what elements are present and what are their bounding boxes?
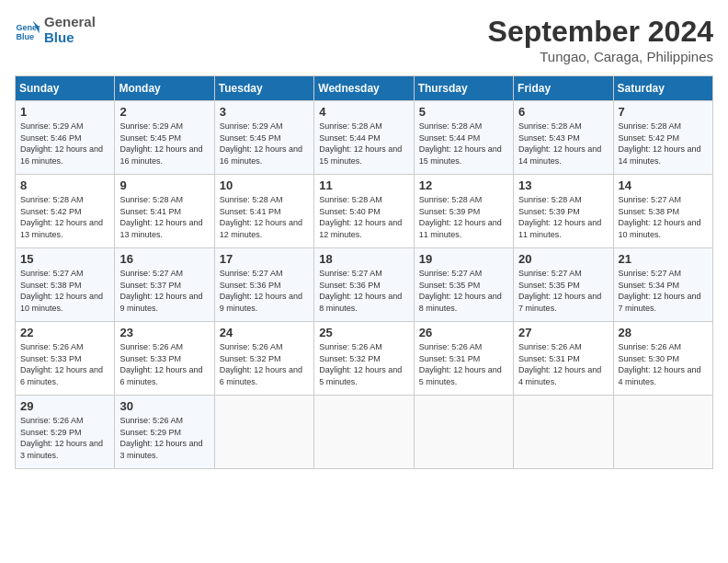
day-info: Sunrise: 5:26 AMSunset: 5:30 PMDaylight:…: [619, 342, 701, 386]
day-cell-9: 9Sunrise: 5:28 AMSunset: 5:41 PMDaylight…: [115, 175, 214, 248]
empty-cell: [514, 396, 613, 469]
day-number: 5: [419, 105, 508, 119]
day-number: 22: [20, 326, 109, 339]
day-cell-6: 6Sunrise: 5:28 AMSunset: 5:43 PMDaylight…: [514, 101, 613, 175]
day-info: Sunrise: 5:28 AMSunset: 5:42 PMDaylight:…: [619, 121, 701, 166]
day-info: Sunrise: 5:26 AMSunset: 5:33 PMDaylight:…: [20, 342, 103, 386]
day-number: 8: [20, 178, 109, 192]
day-number: 16: [119, 252, 209, 266]
day-cell-13: 13Sunrise: 5:28 AMSunset: 5:39 PMDayligh…: [514, 175, 613, 248]
day-number: 12: [419, 178, 508, 192]
day-cell-29: 29Sunrise: 5:26 AMSunset: 5:29 PMDayligh…: [16, 396, 115, 469]
day-cell-4: 4Sunrise: 5:28 AMSunset: 5:44 PMDaylight…: [314, 101, 414, 175]
day-info: Sunrise: 5:28 AMSunset: 5:39 PMDaylight:…: [518, 195, 601, 239]
day-number: 7: [619, 105, 708, 119]
day-info: Sunrise: 5:26 AMSunset: 5:33 PMDaylight:…: [119, 342, 202, 386]
day-info: Sunrise: 5:27 AMSunset: 5:38 PMDaylight:…: [619, 195, 701, 239]
page-header: General Blue General Blue September 2024…: [15, 15, 713, 64]
day-cell-1: 1Sunrise: 5:29 AMSunset: 5:46 PMDaylight…: [16, 101, 115, 175]
day-cell-17: 17Sunrise: 5:27 AMSunset: 5:36 PMDayligh…: [214, 248, 313, 322]
day-cell-22: 22Sunrise: 5:26 AMSunset: 5:33 PMDayligh…: [16, 322, 115, 396]
day-info: Sunrise: 5:27 AMSunset: 5:35 PMDaylight:…: [419, 269, 502, 313]
day-cell-2: 2Sunrise: 5:29 AMSunset: 5:45 PMDaylight…: [115, 101, 214, 175]
day-number: 27: [518, 326, 608, 339]
calendar-table: Sunday Monday Tuesday Wednesday Thursday…: [15, 75, 713, 469]
day-cell-16: 16Sunrise: 5:27 AMSunset: 5:37 PMDayligh…: [115, 248, 214, 322]
day-cell-18: 18Sunrise: 5:27 AMSunset: 5:36 PMDayligh…: [314, 248, 414, 322]
day-info: Sunrise: 5:29 AMSunset: 5:45 PMDaylight:…: [220, 121, 302, 166]
col-monday: Monday: [115, 76, 214, 101]
day-number: 17: [220, 252, 309, 266]
day-cell-23: 23Sunrise: 5:26 AMSunset: 5:33 PMDayligh…: [115, 322, 214, 396]
day-cell-25: 25Sunrise: 5:26 AMSunset: 5:32 PMDayligh…: [314, 322, 414, 396]
day-cell-21: 21Sunrise: 5:27 AMSunset: 5:34 PMDayligh…: [613, 248, 712, 322]
calendar-week-5: 29Sunrise: 5:26 AMSunset: 5:29 PMDayligh…: [16, 396, 713, 469]
logo-text: General Blue: [44, 15, 96, 45]
day-number: 14: [619, 178, 708, 192]
day-info: Sunrise: 5:26 AMSunset: 5:31 PMDaylight:…: [518, 342, 601, 386]
day-cell-28: 28Sunrise: 5:26 AMSunset: 5:30 PMDayligh…: [613, 322, 712, 396]
day-number: 9: [119, 178, 209, 192]
day-cell-14: 14Sunrise: 5:27 AMSunset: 5:38 PMDayligh…: [613, 175, 712, 248]
day-info: Sunrise: 5:28 AMSunset: 5:41 PMDaylight:…: [119, 195, 202, 239]
empty-cell: [214, 396, 313, 469]
header-row: Sunday Monday Tuesday Wednesday Thursday…: [16, 76, 713, 101]
day-number: 6: [518, 105, 608, 119]
day-info: Sunrise: 5:28 AMSunset: 5:44 PMDaylight:…: [319, 121, 402, 166]
day-info: Sunrise: 5:28 AMSunset: 5:42 PMDaylight:…: [20, 195, 103, 239]
calendar-week-2: 8Sunrise: 5:28 AMSunset: 5:42 PMDaylight…: [16, 175, 713, 248]
day-cell-15: 15Sunrise: 5:27 AMSunset: 5:38 PMDayligh…: [16, 248, 115, 322]
calendar-week-1: 1Sunrise: 5:29 AMSunset: 5:46 PMDaylight…: [16, 101, 713, 175]
day-info: Sunrise: 5:27 AMSunset: 5:36 PMDaylight:…: [319, 269, 402, 313]
day-number: 20: [518, 252, 608, 266]
day-number: 11: [319, 178, 408, 192]
col-saturday: Saturday: [613, 76, 712, 101]
day-info: Sunrise: 5:27 AMSunset: 5:37 PMDaylight:…: [119, 269, 202, 313]
day-number: 30: [119, 399, 209, 413]
day-cell-20: 20Sunrise: 5:27 AMSunset: 5:35 PMDayligh…: [514, 248, 613, 322]
day-number: 4: [319, 105, 408, 119]
day-number: 24: [220, 326, 309, 339]
col-wednesday: Wednesday: [314, 76, 414, 101]
day-number: 21: [619, 252, 708, 266]
day-cell-11: 11Sunrise: 5:28 AMSunset: 5:40 PMDayligh…: [314, 175, 414, 248]
day-info: Sunrise: 5:27 AMSunset: 5:34 PMDaylight:…: [619, 269, 701, 313]
month-title: September 2024: [488, 15, 713, 49]
day-number: 29: [20, 399, 109, 413]
day-info: Sunrise: 5:28 AMSunset: 5:41 PMDaylight:…: [220, 195, 302, 239]
day-number: 19: [419, 252, 508, 266]
day-number: 1: [20, 105, 109, 119]
day-cell-7: 7Sunrise: 5:28 AMSunset: 5:42 PMDaylight…: [613, 101, 712, 175]
calendar-week-4: 22Sunrise: 5:26 AMSunset: 5:33 PMDayligh…: [16, 322, 713, 396]
day-cell-5: 5Sunrise: 5:28 AMSunset: 5:44 PMDaylight…: [414, 101, 513, 175]
calendar-week-3: 15Sunrise: 5:27 AMSunset: 5:38 PMDayligh…: [16, 248, 713, 322]
day-info: Sunrise: 5:28 AMSunset: 5:40 PMDaylight:…: [319, 195, 402, 239]
day-cell-10: 10Sunrise: 5:28 AMSunset: 5:41 PMDayligh…: [214, 175, 313, 248]
day-cell-27: 27Sunrise: 5:26 AMSunset: 5:31 PMDayligh…: [514, 322, 613, 396]
day-number: 25: [319, 326, 408, 339]
col-tuesday: Tuesday: [214, 76, 313, 101]
empty-cell: [414, 396, 513, 469]
col-sunday: Sunday: [16, 76, 115, 101]
day-cell-3: 3Sunrise: 5:29 AMSunset: 5:45 PMDaylight…: [214, 101, 313, 175]
logo: General Blue General Blue: [15, 15, 96, 45]
day-number: 18: [319, 252, 408, 266]
day-info: Sunrise: 5:26 AMSunset: 5:32 PMDaylight:…: [319, 342, 402, 386]
location: Tungao, Caraga, Philippines: [488, 49, 713, 64]
day-info: Sunrise: 5:29 AMSunset: 5:45 PMDaylight:…: [119, 121, 202, 166]
day-info: Sunrise: 5:28 AMSunset: 5:44 PMDaylight:…: [419, 121, 502, 166]
day-cell-30: 30Sunrise: 5:26 AMSunset: 5:29 PMDayligh…: [115, 396, 214, 469]
day-info: Sunrise: 5:28 AMSunset: 5:39 PMDaylight:…: [419, 195, 502, 239]
day-number: 28: [619, 326, 708, 339]
day-number: 10: [220, 178, 309, 192]
day-info: Sunrise: 5:26 AMSunset: 5:32 PMDaylight:…: [220, 342, 302, 386]
day-info: Sunrise: 5:27 AMSunset: 5:35 PMDaylight:…: [518, 269, 601, 313]
day-cell-19: 19Sunrise: 5:27 AMSunset: 5:35 PMDayligh…: [414, 248, 513, 322]
day-info: Sunrise: 5:27 AMSunset: 5:38 PMDaylight:…: [20, 269, 103, 313]
empty-cell: [314, 396, 414, 469]
day-info: Sunrise: 5:27 AMSunset: 5:36 PMDaylight:…: [220, 269, 302, 313]
day-number: 26: [419, 326, 508, 339]
day-info: Sunrise: 5:26 AMSunset: 5:29 PMDaylight:…: [20, 416, 103, 460]
day-info: Sunrise: 5:29 AMSunset: 5:46 PMDaylight:…: [20, 121, 103, 166]
day-cell-8: 8Sunrise: 5:28 AMSunset: 5:42 PMDaylight…: [16, 175, 115, 248]
